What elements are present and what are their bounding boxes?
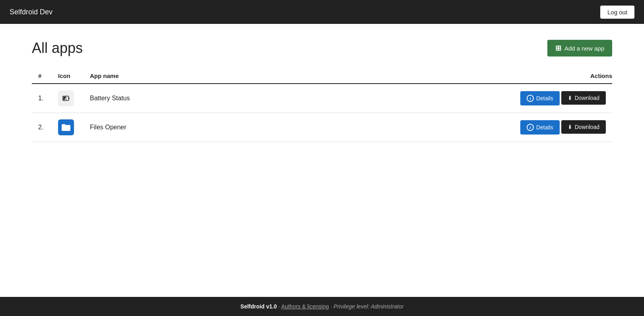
row-actions: iDetails⬇Download [268,113,612,142]
table-header-row: # Icon App name Actions [32,68,612,84]
main-content: All apps ⊞ Add a new app # Icon App name… [0,24,644,297]
footer-sep1: · [278,303,281,310]
download-icon: ⬇ [568,95,572,101]
row-num: 2. [32,113,52,142]
details-label: Details [536,95,553,101]
table-body: 1. Battery StatusiDetails⬇Download2. Fil… [32,84,612,142]
row-icon-cell [52,113,84,142]
plus-icon: ⊞ [555,44,561,53]
download-label: Download [575,95,599,101]
app-icon [58,90,74,106]
col-header-num: # [32,68,52,84]
row-icon-cell [52,84,84,113]
footer-privilege: Privilege level: Administrator [334,303,404,310]
table-row: 2. Files OpeneriDetails⬇Download [32,113,612,142]
footer-sep2: · [331,303,334,310]
table-header: # Icon App name Actions [32,68,612,84]
download-label: Download [575,124,599,130]
page-header: All apps ⊞ Add a new app [32,40,612,57]
header: Selfdroid Dev Log out [0,0,644,24]
row-app-name: Files Opener [84,113,268,142]
row-num: 1. [32,84,52,113]
col-header-actions: Actions [268,68,612,84]
download-button-1[interactable]: ⬇Download [561,91,606,105]
add-app-label: Add a new app [564,45,604,52]
apps-table: # Icon App name Actions 1. Battery Statu… [32,68,612,142]
svg-rect-1 [68,97,69,99]
page-title: All apps [32,40,83,57]
details-button-2[interactable]: iDetails [520,120,560,135]
footer-version: Selfdroid v1.0 [240,303,277,310]
app-title: Selfdroid Dev [10,8,53,16]
row-app-name: Battery Status [84,84,268,113]
footer-authors-link[interactable]: Authors & licensing [281,303,329,310]
folder-icon [61,123,71,131]
download-button-2[interactable]: ⬇Download [561,120,606,134]
details-label: Details [536,124,553,131]
col-header-name: App name [84,68,268,84]
details-button-1[interactable]: iDetails [520,91,560,105]
logout-button[interactable]: Log out [600,6,634,19]
table-row: 1. Battery StatusiDetails⬇Download [32,84,612,113]
info-icon: i [527,124,534,131]
battery-icon [62,94,70,103]
svg-rect-2 [63,97,66,100]
col-header-icon: Icon [52,68,84,84]
app-icon [58,119,74,135]
footer: Selfdroid v1.0 · Authors & licensing · P… [0,297,644,316]
add-app-button[interactable]: ⊞ Add a new app [547,40,612,57]
download-icon: ⬇ [568,124,572,130]
info-icon: i [527,95,534,102]
row-actions: iDetails⬇Download [268,84,612,113]
